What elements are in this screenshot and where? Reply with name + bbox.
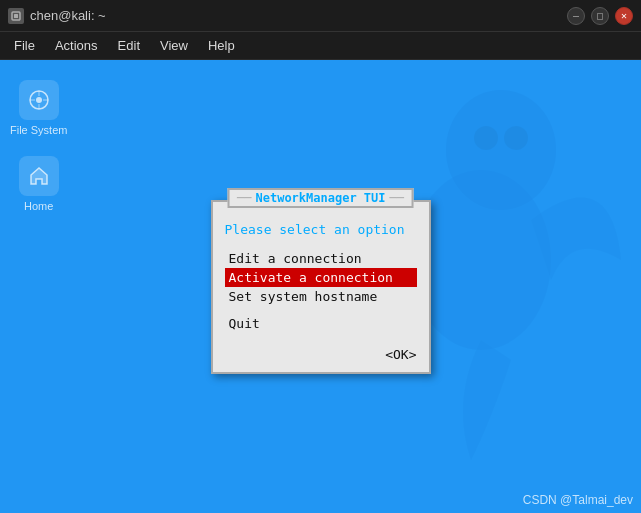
maximize-button[interactable]: □ <box>591 7 609 25</box>
menu-file[interactable]: File <box>6 34 43 57</box>
window-controls: – □ ✕ <box>567 7 633 25</box>
networkmanager-dialog: ── NetworkManager TUI ── Please select a… <box>211 200 431 374</box>
dialog-footer: <OK> <box>213 341 429 364</box>
option-set-hostname[interactable]: Set system hostname <box>225 287 417 306</box>
menu-help[interactable]: Help <box>200 34 243 57</box>
main-content: File System Home ── NetworkManager TUI ─… <box>0 60 641 513</box>
close-button[interactable]: ✕ <box>615 7 633 25</box>
menu-view[interactable]: View <box>152 34 196 57</box>
title-dashes-right: ── <box>390 191 404 205</box>
title-dashes-left: ── <box>237 191 251 205</box>
menu-bar: File Actions Edit View Help <box>0 32 641 60</box>
option-edit-connection[interactable]: Edit a connection <box>225 249 417 268</box>
menu-actions[interactable]: Actions <box>47 34 106 57</box>
option-activate-connection[interactable]: Activate a connection <box>225 268 417 287</box>
dialog-overlay: ── NetworkManager TUI ── Please select a… <box>0 60 641 513</box>
svg-rect-1 <box>14 14 18 18</box>
dialog-title-bar: ── NetworkManager TUI ── <box>227 188 414 208</box>
dialog-body: Please select an option Edit a connectio… <box>213 214 429 341</box>
dialog-title: NetworkManager TUI <box>255 191 385 205</box>
ok-button[interactable]: <OK> <box>385 347 416 362</box>
dialog-subtitle: Please select an option <box>225 222 417 237</box>
minimize-button[interactable]: – <box>567 7 585 25</box>
window-icon <box>8 8 24 24</box>
menu-edit[interactable]: Edit <box>110 34 148 57</box>
title-bar: chen@kali: ~ – □ ✕ <box>0 0 641 32</box>
window-title: chen@kali: ~ <box>30 8 106 23</box>
title-bar-left: chen@kali: ~ <box>8 8 106 24</box>
watermark: CSDN @Talmai_dev <box>523 493 633 507</box>
option-quit[interactable]: Quit <box>225 314 417 333</box>
